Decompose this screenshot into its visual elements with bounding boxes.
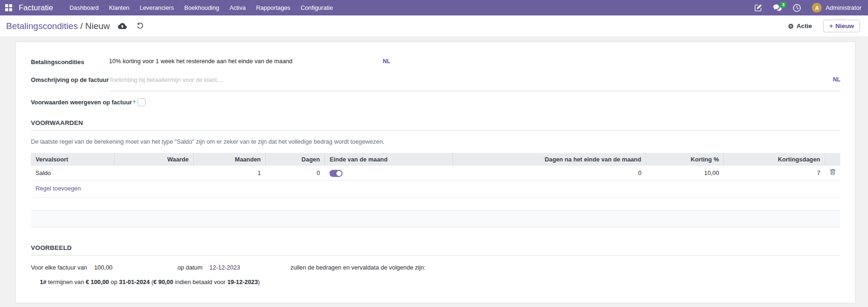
result-text: (: [150, 278, 153, 285]
col-vervalsoort[interactable]: Vervalsoort: [31, 153, 114, 166]
control-panel: Betalingscondities / Nieuw ⚙ Actie + Nie…: [0, 15, 868, 37]
avatar: A: [812, 3, 822, 13]
apps-grid-icon[interactable]: [5, 4, 13, 12]
invoice-note-row: Omschrijving op de factuur NL: [31, 75, 840, 91]
add-row: Regel toevoegen: [31, 180, 840, 197]
cell-maanden[interactable]: 1: [194, 166, 266, 181]
col-maanden[interactable]: Maanden: [194, 153, 266, 166]
cell-dagen-na[interactable]: 0: [452, 166, 646, 181]
plus-icon: +: [829, 22, 833, 29]
result-text: op: [109, 278, 119, 285]
action-label: Actie: [796, 22, 812, 29]
name-translate-badge[interactable]: NL: [383, 58, 390, 65]
record-status-icons: [118, 22, 144, 29]
gear-icon: ⚙: [788, 23, 794, 29]
example-line: Voor elke factuur van op datum zullen de…: [31, 263, 840, 271]
result-text: indien betaald voor: [173, 278, 227, 285]
name-label: Betalingscondities: [31, 58, 109, 66]
navbar-systray: 3 A Administrator: [754, 3, 861, 13]
messages-icon[interactable]: 3: [773, 4, 782, 11]
breadcrumb-current: / Nieuw: [78, 21, 110, 31]
cell-dagen[interactable]: 0: [266, 166, 325, 181]
cell-vervalsoort[interactable]: Saldo: [31, 166, 114, 181]
terms-hint: De laatste regel van de berekening moet …: [31, 138, 840, 145]
nav-configuratie[interactable]: Configuratie: [296, 0, 338, 15]
col-waarde[interactable]: Waarde: [114, 153, 194, 166]
new-button[interactable]: + Nieuw: [823, 20, 860, 32]
example-prefix: Voor elke factuur van: [31, 264, 87, 271]
example-amount-input[interactable]: [93, 263, 177, 271]
user-name: Administrator: [825, 4, 861, 11]
nav-rapportages[interactable]: Rapportages: [251, 0, 295, 15]
name-input[interactable]: [109, 58, 383, 65]
col-korting[interactable]: Korting %: [646, 153, 724, 166]
example-suffix: zullen de bedragen en vervaldata de volg…: [291, 264, 426, 271]
display-on-invoice-checkbox[interactable]: [138, 98, 146, 106]
result-discount-date: 19-12-2023: [227, 278, 258, 285]
cell-korting[interactable]: 10,00: [646, 166, 724, 181]
discard-undo-icon[interactable]: [137, 22, 144, 29]
example-date-label: op datum: [177, 264, 202, 271]
add-line-link[interactable]: Regel toevoegen: [36, 185, 81, 192]
table-footer-stripe: [31, 210, 840, 227]
nav-leveranciers[interactable]: Leveranciers: [134, 0, 179, 15]
payment-term-name-row: Betalingscondities NL: [31, 58, 840, 66]
messages-count-badge: 3: [780, 2, 786, 8]
main-menu: Dashboard Klanten Leveranciers Boekhoudi…: [64, 0, 338, 15]
display-on-invoice-label: Voorwaarden weergeven op factuur: [31, 99, 132, 106]
top-navbar: Facturatie Dashboard Klanten Leverancier…: [0, 0, 868, 15]
col-dagen[interactable]: Dagen: [266, 153, 325, 166]
example-result: 1# termijnen van € 100,00 op 31-01-2024 …: [31, 278, 840, 285]
result-due-date: 31-01-2024: [119, 278, 149, 285]
table-row: Saldo 1 0 0 10,00 7: [31, 166, 840, 181]
breadcrumb: Betalingscondities / Nieuw: [6, 21, 110, 31]
result-text: ): [258, 278, 260, 285]
cell-kortingsdagen[interactable]: 7: [724, 166, 825, 181]
save-cloud-icon[interactable]: [118, 23, 127, 29]
trash-icon: [830, 169, 836, 175]
user-menu[interactable]: A Administrator: [812, 3, 861, 13]
note-input[interactable]: [109, 76, 833, 83]
note-label: Omschrijving op de factuur: [31, 75, 109, 84]
display-on-invoice-row: Voorwaarden weergeven op factuur ?: [31, 98, 840, 106]
example-date-input[interactable]: [209, 263, 291, 271]
note-translate-badge[interactable]: NL: [833, 76, 840, 83]
col-dagen-na-einde-maand[interactable]: Dagen na het einde van de maand: [452, 153, 646, 166]
cell-einde-van-de-maand: [325, 166, 452, 181]
breadcrumb-parent[interactable]: Betalingscondities: [6, 21, 78, 31]
delete-row-button[interactable]: [830, 169, 836, 175]
nav-activa[interactable]: Activa: [224, 0, 251, 15]
edit-icon[interactable]: [754, 4, 762, 12]
col-kortingsdagen[interactable]: Kortingsdagen: [724, 153, 825, 166]
end-of-month-toggle[interactable]: [329, 170, 343, 177]
terms-table-header-row: Vervalsoort Waarde Maanden Dagen Einde v…: [31, 153, 840, 166]
help-question-icon[interactable]: ?: [133, 100, 136, 104]
nav-boekhouding[interactable]: Boekhouding: [179, 0, 225, 15]
note-field-wrap: NL: [109, 75, 840, 91]
main-content: Betalingscondities NL Omschrijving op de…: [0, 37, 868, 307]
result-count: 1#: [40, 278, 46, 285]
result-text: termijnen van: [46, 278, 86, 285]
cell-waarde[interactable]: [114, 166, 194, 181]
activities-clock-icon[interactable]: [793, 4, 801, 12]
col-actions: [825, 153, 840, 166]
terms-section-title: VOORWAARDEN: [31, 119, 840, 131]
app-brand[interactable]: Facturatie: [19, 3, 53, 12]
nav-klanten[interactable]: Klanten: [104, 0, 134, 15]
cell-delete: [825, 166, 840, 181]
col-einde-van-de-maand[interactable]: Einde van de maand: [325, 153, 452, 166]
name-field-wrap: NL: [109, 58, 390, 65]
panel-actions: ⚙ Actie + Nieuw: [788, 20, 860, 32]
new-button-label: Nieuw: [835, 22, 854, 29]
result-amount: € 100,00: [86, 278, 109, 285]
result-discount-amount: € 90,00: [153, 278, 174, 285]
form-sheet: Betalingscondities NL Omschrijving op de…: [15, 42, 855, 303]
terms-table: Vervalsoort Waarde Maanden Dagen Einde v…: [31, 153, 840, 197]
action-menu-button[interactable]: ⚙ Actie: [788, 22, 812, 29]
example-section-title: VOORBEELD: [31, 244, 840, 256]
nav-dashboard[interactable]: Dashboard: [64, 0, 104, 15]
